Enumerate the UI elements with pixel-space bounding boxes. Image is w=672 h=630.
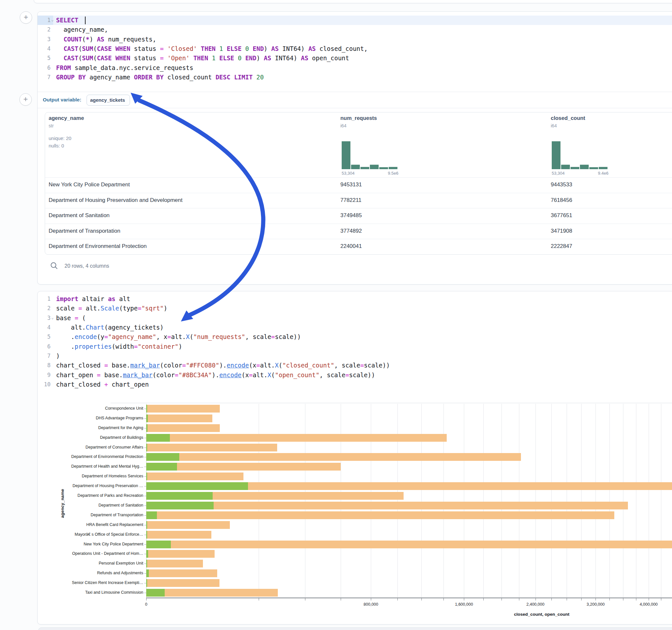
code-token: agency_name, <box>56 26 108 33</box>
y-axis-label: Personal Exemption Unit <box>38 561 143 565</box>
code-line: 3⌄base = ( <box>38 313 672 323</box>
table-cell: Department of Housing Preservation and D… <box>49 197 183 203</box>
x-tick-label: 3,200,000 <box>587 602 605 607</box>
code-token: = <box>160 45 163 52</box>
code-token: , x <box>156 333 167 340</box>
code-token: encode <box>226 362 249 369</box>
table-cell: 9453131 <box>340 181 362 188</box>
x-tick <box>443 598 444 601</box>
code-token: agency_name <box>86 74 134 81</box>
code-token: CAST <box>64 45 78 52</box>
x-tick <box>341 598 341 601</box>
line-number: 7 <box>38 351 51 361</box>
code-token <box>190 54 193 62</box>
code-token: WHEN <box>115 54 130 62</box>
notebook-page: + + 1⌄SELECT 2 agency_name,3 COUNT(*) AS… <box>0 0 672 630</box>
code-token: sample_data.nyc.service_requests <box>71 64 194 71</box>
table-row: Department of Transportation377489234719… <box>45 224 672 240</box>
sql-cell-card: 1⌄SELECT 2 agency_name,3 COUNT(*) AS num… <box>37 11 672 285</box>
code-token: SUM <box>82 54 93 62</box>
code-token: AS <box>264 54 271 62</box>
python-code-editor[interactable]: 1import altair as alt2scale = alt.Scale(… <box>38 294 672 389</box>
code-token: = <box>257 362 260 369</box>
bar-closed-count <box>146 434 447 442</box>
chevron-down-icon[interactable]: ⌄ <box>51 313 56 322</box>
table-cell: 9443533 <box>551 181 572 188</box>
x-tick <box>623 598 623 601</box>
code-token: (x <box>241 371 249 379</box>
gridline <box>535 404 536 598</box>
sql-code-editor[interactable]: 1⌄SELECT 2 agency_name,3 COUNT(*) AS num… <box>38 16 672 82</box>
code-token: = <box>160 54 163 62</box>
gridline <box>502 404 502 598</box>
x-tick <box>371 598 371 601</box>
code-token: + <box>104 381 108 388</box>
bar-open-count <box>146 550 148 558</box>
code-token: = <box>167 333 171 340</box>
code-token <box>216 45 219 52</box>
y-axis-label: HRA Benefit Card Replacement <box>38 523 143 527</box>
y-axis-label: Department for the Aging <box>38 426 143 430</box>
code-token <box>253 74 256 81</box>
code-line: 4 CAST(SUM(CASE WHEN status = 'Closed' T… <box>38 44 672 53</box>
output-variable-pill[interactable]: agency_tickets <box>87 95 130 106</box>
code-token: base. <box>108 362 130 369</box>
code-token: 0 <box>245 45 249 52</box>
code-token: alt. <box>56 324 86 331</box>
y-axis-label: DHS Advantage Programs <box>38 416 143 420</box>
code-line: 6 .properties(width="container") <box>38 342 672 351</box>
code-token: COUNT <box>64 35 82 43</box>
code-token: open_count <box>308 54 349 62</box>
chevron-down-icon[interactable]: ⌄ <box>51 15 56 24</box>
code-token: SUM <box>82 45 93 52</box>
code-token <box>78 17 82 24</box>
gridline <box>636 404 637 598</box>
code-text: GROUP BY agency_name ORDER BY closed_cou… <box>56 73 264 82</box>
plus-icon: + <box>23 95 28 103</box>
output-variable-label: Output variable: <box>43 97 81 103</box>
gridline <box>483 404 484 598</box>
bar-closed-count <box>146 560 203 567</box>
code-token: 'Closed' <box>167 45 197 52</box>
code-token: AS <box>308 45 316 52</box>
gridline <box>519 404 519 598</box>
code-token: chart_open <box>108 381 149 388</box>
x-tick-label: 800,000 <box>364 602 378 607</box>
gridline <box>623 404 623 598</box>
code-token <box>241 54 245 62</box>
code-token: closed_count, <box>316 45 368 52</box>
code-token: = <box>345 371 349 379</box>
line-number: 2 <box>38 25 51 34</box>
line-number: 3 <box>38 313 51 323</box>
add-cell-button-top[interactable]: + <box>20 11 32 24</box>
y-axis-label: Department of Consumer Affairs <box>38 445 143 450</box>
code-token <box>56 35 64 43</box>
code-token: DESC <box>216 74 231 81</box>
code-token: THEN <box>193 54 208 62</box>
code-token: chart_closed <box>56 381 104 388</box>
x-tick <box>398 598 398 601</box>
code-token: GROUP BY <box>56 74 86 81</box>
gridline <box>371 404 371 598</box>
gridline <box>581 404 581 598</box>
bar-open-count <box>146 560 147 567</box>
table-cell: 3774892 <box>340 228 362 234</box>
add-cell-button-output[interactable]: + <box>20 93 32 106</box>
code-token: = <box>104 333 108 340</box>
code-token: = <box>78 305 82 312</box>
code-token: ELSE <box>219 54 234 62</box>
code-token: (color <box>152 371 175 379</box>
search-icon[interactable] <box>50 262 58 270</box>
code-line: 2 agency_name, <box>38 25 672 34</box>
code-token <box>56 45 64 52</box>
x-tick <box>567 598 567 601</box>
code-token: ). <box>212 371 219 379</box>
table-row: Department of Sanitation37494853677651 <box>45 208 672 224</box>
python-cell-card: 1import altair as alt2scale = alt.Scale(… <box>37 291 672 625</box>
x-tick-label: 2,400,000 <box>526 602 545 607</box>
code-token <box>223 45 226 52</box>
code-token: END <box>253 45 264 52</box>
code-token: ( <box>279 362 282 369</box>
code-text: CAST(SUM(CASE WHEN status = 'Open' THEN … <box>56 53 349 63</box>
code-token <box>164 45 167 52</box>
